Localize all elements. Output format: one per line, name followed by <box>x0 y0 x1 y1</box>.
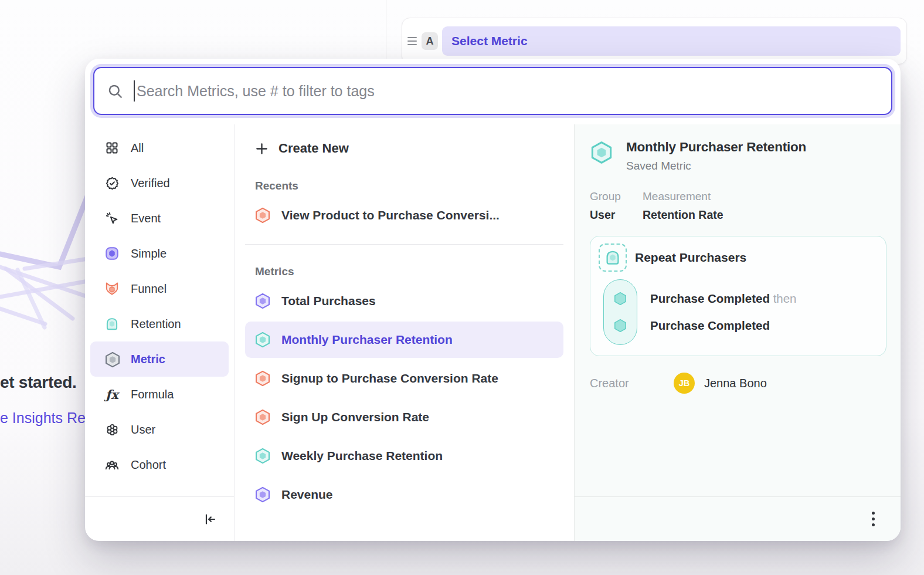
sidebar-item-formula[interactable]: ƒx Formula <box>90 377 229 412</box>
metric-hexagon-icon <box>104 351 120 367</box>
simple-metric-icon <box>254 486 271 503</box>
sidebar-item-user[interactable]: User <box>90 412 229 447</box>
sidebar-item-label: All <box>131 141 144 155</box>
sidebar-item-label: User <box>131 423 155 437</box>
sidebar-item-event[interactable]: Event <box>90 201 229 236</box>
list-item-label: Revenue <box>281 488 333 502</box>
sidebar-item-retention[interactable]: Retention <box>90 306 229 341</box>
text-caret <box>134 80 135 102</box>
search-input[interactable]: Search Metrics, use # to filter to tags <box>93 67 892 115</box>
sidebar-item-label: Metric <box>131 353 165 366</box>
screen: et started. e Insights Re A Select Metri… <box>0 0 924 575</box>
saved-behavior-icon <box>599 243 627 272</box>
sidebar-item-verified[interactable]: Verified <box>90 165 229 201</box>
detail-footer <box>575 496 901 541</box>
series-letter-badge: A <box>422 32 438 50</box>
list-item[interactable]: Revenue <box>245 476 563 513</box>
group-value: User <box>590 208 643 222</box>
group-label: Group <box>590 190 643 203</box>
section-label-metrics: Metrics <box>255 265 563 280</box>
list-item-label: View Product to Purchase Conversi... <box>281 208 500 222</box>
list-item-label: Total Purchases <box>281 294 376 308</box>
list-item[interactable]: Sign Up Conversion Rate <box>245 399 563 435</box>
formula-icon: ƒx <box>104 387 120 402</box>
list-item[interactable]: Total Purchases <box>245 283 563 319</box>
definition-title: Repeat Purchasers <box>635 251 746 265</box>
simple-metric-icon <box>254 293 271 309</box>
detail-title: Monthly Purchaser Retention <box>626 140 806 155</box>
background-column-divider <box>386 0 386 59</box>
background-report-link-clipped[interactable]: e Insights Re <box>0 410 86 431</box>
sidebar-item-simple[interactable]: Simple <box>90 236 229 271</box>
type-sidebar: All Verified <box>85 124 235 541</box>
list-item[interactable]: Weekly Purchase Retention <box>245 438 563 474</box>
creator-avatar: JB <box>674 373 695 394</box>
sidebar-item-metric[interactable]: Metric <box>90 341 229 377</box>
sidebar-footer <box>85 496 234 541</box>
step-hexagon-icon <box>613 291 628 306</box>
measurement-label: Measurement <box>643 190 723 203</box>
retention-metric-icon <box>254 332 271 348</box>
sidebar-item-cohort[interactable]: Cohort <box>90 447 229 482</box>
sidebar-item-label: Cohort <box>131 458 166 472</box>
funnel-metric-icon <box>254 409 271 425</box>
users-cluster-icon <box>104 422 120 437</box>
more-options-icon[interactable] <box>868 508 878 530</box>
measurement-value: Retention Rate <box>643 208 723 222</box>
list-item-label: Monthly Purchaser Retention <box>281 333 453 347</box>
steps-capsule <box>603 279 637 345</box>
funnel-metric-icon <box>254 370 271 387</box>
list-item[interactable]: Signup to Purchase Conversion Rate <box>245 360 563 397</box>
collapse-left-icon[interactable] <box>203 512 217 526</box>
step-2-event: Purchase Completed <box>650 319 770 332</box>
sidebar-item-label: Simple <box>131 247 167 261</box>
plus-icon <box>255 142 269 155</box>
background-chart-decoration <box>0 194 88 393</box>
step-hexagon-icon <box>613 318 628 333</box>
creator-name: Jenna Bono <box>704 377 767 390</box>
sidebar-item-label: Formula <box>131 388 174 401</box>
retention-metric-icon <box>590 141 613 164</box>
create-new-button[interactable]: Create New <box>245 130 563 167</box>
list-item-selected[interactable]: Monthly Purchaser Retention <box>245 322 563 358</box>
metric-list: Create New Recents View Product to Purch… <box>235 124 574 541</box>
list-item-label: Sign Up Conversion Rate <box>281 410 429 424</box>
metric-detail-panel: Monthly Purchaser Retention Saved Metric… <box>574 124 901 541</box>
sidebar-item-funnel[interactable]: Funnel <box>90 271 229 306</box>
drag-handle-icon[interactable] <box>407 37 417 45</box>
list-item-label: Weekly Purchase Retention <box>281 449 443 463</box>
verified-badge-icon <box>104 175 120 191</box>
retention-metric-icon <box>254 448 271 464</box>
detail-subtitle: Saved Metric <box>626 160 806 172</box>
sidebar-item-label: Verified <box>131 177 170 190</box>
funnel-metric-icon <box>254 207 271 224</box>
sidebar-item-all[interactable]: All <box>90 130 229 165</box>
sidebar-item-label: Funnel <box>131 282 167 296</box>
select-metric-button[interactable]: Select Metric <box>442 26 901 56</box>
creator-label: Creator <box>590 377 674 390</box>
sidebar-item-label: Event <box>131 212 161 225</box>
create-new-label: Create New <box>278 141 349 156</box>
section-divider <box>245 244 563 245</box>
metric-query-row: A Select Metric <box>402 18 907 65</box>
search-placeholder: Search Metrics, use # to filter to tags <box>137 83 375 100</box>
grid-icon <box>104 140 120 155</box>
cohort-icon <box>104 457 120 472</box>
list-item-label: Signup to Purchase Conversion Rate <box>281 371 498 385</box>
metric-picker-modal: Search Metrics, use # to filter to tags … <box>85 59 901 541</box>
funnel-icon <box>104 281 120 296</box>
definition-card: Repeat Purchasers <box>590 236 886 356</box>
cursor-click-icon <box>104 211 120 226</box>
retention-icon <box>104 316 120 332</box>
sidebar-item-label: Retention <box>131 317 181 331</box>
list-item[interactable]: View Product to Purchase Conversi... <box>245 197 563 234</box>
modal-body: All Verified <box>85 124 901 541</box>
simple-metric-icon <box>104 246 120 261</box>
section-label-recents: Recents <box>255 180 563 195</box>
step-1-event: Purchase Completed <box>650 292 770 305</box>
search-icon <box>107 83 123 99</box>
background-heading-clipped: et started. <box>0 373 86 397</box>
